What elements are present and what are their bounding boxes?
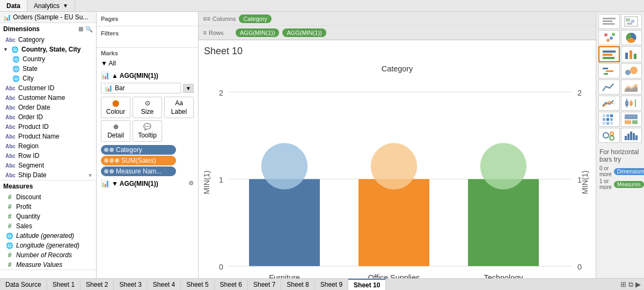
chart-type-circle[interactable] <box>598 128 620 143</box>
measures-pill[interactable]: Measures <box>614 181 644 188</box>
chart-type-horiz-bar[interactable] <box>598 46 620 62</box>
tab-analytics[interactable]: Analytics ▼ <box>27 0 75 11</box>
circle-chart-icon <box>602 129 617 141</box>
dim-order-id[interactable]: Abc Order ID <box>0 112 96 122</box>
marks-all-label: ▼ All <box>101 60 116 67</box>
chart-type-area[interactable] <box>621 79 642 95</box>
bar-technology[interactable] <box>468 179 539 266</box>
dim-ship-date[interactable]: Abc Ship Date ▼ <box>0 170 96 180</box>
left-sidebar: 📊 Orders (Sample - EU Su... Dimensions ⊞… <box>0 12 97 278</box>
bar-office-supplies[interactable] <box>358 179 429 266</box>
chart-type-gantt[interactable] <box>598 63 620 78</box>
chart-type-heatmap[interactable] <box>598 112 620 127</box>
measure-quantity[interactable]: # Quantity <box>0 212 96 221</box>
measure-sales[interactable]: # Sales <box>0 221 96 231</box>
dim-state[interactable]: 🌐 State <box>0 64 96 74</box>
tab-sheet5[interactable]: Sheet 5 <box>181 279 214 290</box>
measure-discount[interactable]: # Discount <box>0 192 96 202</box>
dim-group-geography[interactable]: ▼ 🌐 Country, State, City <box>0 45 96 54</box>
chart-type-treemap[interactable] <box>621 112 642 127</box>
dim-category[interactable]: Abc Category <box>0 35 96 45</box>
dim-customer-name-label: Customer Name <box>18 94 65 102</box>
grid-icon[interactable]: ⊞ <box>78 26 83 33</box>
category-column-pill[interactable]: Category <box>239 15 272 23</box>
chart-type-line[interactable] <box>598 79 620 95</box>
globe-icon-lat: 🌐 <box>5 233 14 240</box>
agg2-settings-icon[interactable]: ⚙ <box>188 180 194 187</box>
pill-sum-sales[interactable]: SUM(Sales) <box>101 156 176 165</box>
chart-type-text[interactable] <box>598 14 620 29</box>
measure-num-records[interactable]: # Number of Records <box>0 250 96 260</box>
tab-sheet7[interactable]: Sheet 7 <box>248 279 281 290</box>
expand-icon[interactable]: ▼ <box>3 47 9 52</box>
chart-type-histogram[interactable] <box>621 128 642 143</box>
measure-longitude[interactable]: 🌐 Longitude (generated) <box>0 241 96 250</box>
hash-icon-qty: # <box>5 213 14 220</box>
tab-sheet1[interactable]: Sheet 1 <box>47 279 80 290</box>
dim-segment[interactable]: Abc Segment <box>0 161 96 170</box>
y-axis-mid-left: 1 <box>219 176 223 184</box>
marks-agg-header1[interactable]: 📊 ▲ AGG(MIN(1)) <box>101 70 194 81</box>
marks-section: Marks ▼ All 📊 ▲ AGG(MIN(1)) 📊 Bar ▼ <box>97 48 198 278</box>
tab-sheet4[interactable]: Sheet 4 <box>148 279 181 290</box>
tooltip-button[interactable]: 💬 Tooltip <box>133 120 162 142</box>
dim-customer-id[interactable]: Abc Customer ID <box>0 83 96 93</box>
row-pill-2[interactable]: AGG(MIN(1)) <box>282 28 326 37</box>
chart-type-pie[interactable] <box>621 30 642 45</box>
pill-category[interactable]: Category <box>101 145 176 155</box>
tab-sheet3[interactable]: Sheet 3 <box>114 279 147 290</box>
dim-customer-name[interactable]: Abc Customer Name <box>0 93 96 103</box>
detail-button[interactable]: ⊕ Detail <box>101 120 130 142</box>
dim-country[interactable]: 🌐 Country <box>0 54 96 64</box>
search-icon[interactable]: 🔍 <box>85 26 93 33</box>
new-sheet-icon[interactable]: ⊞ <box>620 280 626 289</box>
dim-region[interactable]: Abc Region <box>0 141 96 151</box>
size-button[interactable]: ⊙ Size <box>133 97 162 118</box>
dim-row-id-label: Row ID <box>18 152 39 160</box>
chart-type-select[interactable]: 📊 Bar <box>101 83 181 93</box>
chart-type-dual-line[interactable] <box>598 96 620 111</box>
dim-product-name[interactable]: Abc Product Name <box>0 132 96 141</box>
svg-rect-17 <box>634 54 636 59</box>
globe-icon-country: 🌐 <box>12 56 20 63</box>
row-pill-1[interactable]: AGG(MIN(1)) <box>236 28 279 37</box>
tab-sheet8[interactable]: Sheet 8 <box>281 279 314 290</box>
measure-values[interactable]: # Measure Values <box>0 260 96 270</box>
tab-data-source[interactable]: Data Source <box>0 279 47 290</box>
chart-type-scatter[interactable] <box>598 30 620 45</box>
dim-row-id[interactable]: Abc Row ID <box>0 151 96 161</box>
chart-type-arrow[interactable]: ▼ <box>183 84 194 93</box>
pill-measure-name[interactable]: Measure Nam... <box>101 166 176 176</box>
chart-type-map[interactable] <box>621 14 642 29</box>
dimensions-pill[interactable]: Dimensions <box>614 168 644 175</box>
marks-all-row[interactable]: ▼ All <box>101 59 194 68</box>
duplicate-sheet-icon[interactable]: ⧉ <box>628 280 633 289</box>
chart-type-vert-bar[interactable] <box>621 46 642 62</box>
measure-discount-label: Discount <box>16 193 41 201</box>
abc-icon-cid: Abc <box>5 85 16 91</box>
tab-sheet9[interactable]: Sheet 9 <box>315 279 348 290</box>
bar-furniture[interactable] <box>249 179 320 266</box>
measures-header: Measures <box>0 180 96 192</box>
map-chart-icon <box>624 16 639 27</box>
dim-product-id[interactable]: Abc Product ID <box>0 122 96 132</box>
dim-order-date[interactable]: Abc Order Date <box>0 103 96 112</box>
chart-type-label: Bar <box>115 84 125 92</box>
tab-data[interactable]: Data <box>0 0 27 11</box>
label-button[interactable]: Aa Label <box>164 97 194 118</box>
tab-sheet2[interactable]: Sheet 2 <box>80 279 114 290</box>
measure-profit[interactable]: # Profit <box>0 202 96 212</box>
chart-type-box[interactable] <box>621 96 642 111</box>
dim-city[interactable]: 🌐 City <box>0 74 96 83</box>
scroll-down-icon[interactable]: ▼ <box>87 172 93 178</box>
pill-category-label: Category <box>116 146 142 154</box>
measure-latitude[interactable]: 🌐 Latitude (generated) <box>0 231 96 241</box>
chart-type-bubble[interactable] <box>621 63 642 78</box>
marks-agg-header2[interactable]: 📊 ▼ AGG(MIN(1)) ⚙ <box>101 178 194 189</box>
present-mode-icon[interactable]: ▶ <box>635 280 641 289</box>
analytics-dropdown-icon[interactable]: ▼ <box>63 3 68 9</box>
tab-sheet10[interactable]: Sheet 10 <box>348 279 386 290</box>
tab-sheet6[interactable]: Sheet 6 <box>215 279 248 290</box>
colour-button[interactable]: ⬤ Colour <box>101 97 130 118</box>
orders-bar[interactable]: 📊 Orders (Sample - EU Su... <box>0 12 96 23</box>
